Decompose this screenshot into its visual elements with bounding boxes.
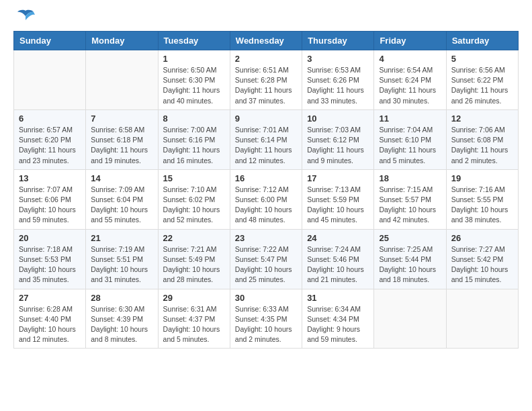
day-info: Sunrise: 7:01 AMSunset: 6:14 PMDaylight:…	[235, 125, 297, 166]
day-number: 1	[163, 54, 225, 64]
day-number: 22	[163, 233, 225, 243]
calendar-cell: 8Sunrise: 7:00 AMSunset: 6:16 PMDaylight…	[158, 109, 230, 169]
calendar-cell: 28Sunrise: 6:30 AMSunset: 4:39 PMDayligh…	[86, 289, 158, 349]
day-info: Sunrise: 7:22 AMSunset: 5:47 PMDaylight:…	[235, 244, 297, 285]
calendar-week-row: 27Sunrise: 6:28 AMSunset: 4:40 PMDayligh…	[14, 289, 519, 349]
page-header	[13, 13, 519, 24]
calendar-cell: 23Sunrise: 7:22 AMSunset: 5:47 PMDayligh…	[230, 229, 302, 289]
calendar-cell: 2Sunrise: 6:51 AMSunset: 6:28 PMDaylight…	[230, 50, 302, 110]
calendar-table: SundayMondayTuesdayWednesdayThursdayFrid…	[13, 31, 519, 349]
calendar-cell: 30Sunrise: 6:33 AMSunset: 4:35 PMDayligh…	[230, 289, 302, 349]
calendar-cell: 20Sunrise: 7:18 AMSunset: 5:53 PMDayligh…	[14, 229, 86, 289]
day-info: Sunrise: 7:12 AMSunset: 6:00 PMDaylight:…	[235, 185, 297, 226]
day-info: Sunrise: 6:50 AMSunset: 6:30 PMDaylight:…	[163, 65, 225, 106]
calendar-cell: 17Sunrise: 7:13 AMSunset: 5:59 PMDayligh…	[302, 169, 374, 229]
calendar-cell: 6Sunrise: 6:57 AMSunset: 6:20 PMDaylight…	[14, 109, 86, 169]
day-info: Sunrise: 7:13 AMSunset: 5:59 PMDaylight:…	[307, 185, 369, 226]
day-number: 24	[307, 233, 369, 243]
day-info: Sunrise: 7:19 AMSunset: 5:51 PMDaylight:…	[91, 244, 152, 285]
day-number: 31	[307, 293, 369, 303]
day-number: 5	[451, 54, 513, 64]
day-number: 3	[307, 54, 369, 64]
day-info: Sunrise: 7:06 AMSunset: 6:08 PMDaylight:…	[451, 125, 513, 166]
day-info: Sunrise: 6:28 AMSunset: 4:40 PMDaylight:…	[19, 304, 81, 345]
calendar-cell	[374, 289, 446, 349]
weekday-header: Saturday	[446, 32, 518, 50]
weekday-header: Tuesday	[158, 32, 230, 50]
day-info: Sunrise: 6:54 AMSunset: 6:24 PMDaylight:…	[379, 65, 441, 106]
calendar-cell: 15Sunrise: 7:10 AMSunset: 6:02 PMDayligh…	[158, 169, 230, 229]
day-number: 30	[235, 293, 297, 303]
day-info: Sunrise: 6:33 AMSunset: 4:35 PMDaylight:…	[235, 304, 297, 345]
day-info: Sunrise: 7:15 AMSunset: 5:57 PMDaylight:…	[379, 185, 441, 226]
calendar-week-row: 13Sunrise: 7:07 AMSunset: 6:06 PMDayligh…	[14, 169, 519, 229]
day-number: 4	[379, 54, 441, 64]
day-info: Sunrise: 6:56 AMSunset: 6:22 PMDaylight:…	[451, 65, 513, 106]
calendar-cell: 22Sunrise: 7:21 AMSunset: 5:49 PMDayligh…	[158, 229, 230, 289]
day-number: 2	[235, 54, 297, 64]
day-info: Sunrise: 6:30 AMSunset: 4:39 PMDaylight:…	[91, 304, 152, 345]
day-info: Sunrise: 7:10 AMSunset: 6:02 PMDaylight:…	[163, 185, 225, 226]
day-number: 25	[379, 233, 441, 243]
day-number: 11	[379, 113, 441, 124]
day-number: 10	[307, 113, 369, 124]
calendar-week-row: 6Sunrise: 6:57 AMSunset: 6:20 PMDaylight…	[14, 109, 519, 169]
day-number: 16	[235, 173, 297, 183]
calendar-cell: 24Sunrise: 7:24 AMSunset: 5:46 PMDayligh…	[302, 229, 374, 289]
day-info: Sunrise: 6:57 AMSunset: 6:20 PMDaylight:…	[19, 125, 81, 166]
calendar-cell: 1Sunrise: 6:50 AMSunset: 6:30 PMDaylight…	[158, 50, 230, 110]
weekday-header: Sunday	[14, 32, 86, 50]
day-number: 13	[19, 173, 81, 183]
day-info: Sunrise: 7:07 AMSunset: 6:06 PMDaylight:…	[19, 185, 81, 226]
day-number: 17	[307, 173, 369, 183]
day-info: Sunrise: 7:27 AMSunset: 5:42 PMDaylight:…	[451, 244, 513, 285]
calendar-cell: 27Sunrise: 6:28 AMSunset: 4:40 PMDayligh…	[14, 289, 86, 349]
calendar-cell: 19Sunrise: 7:16 AMSunset: 5:55 PMDayligh…	[446, 169, 518, 229]
calendar-week-row: 1Sunrise: 6:50 AMSunset: 6:30 PMDaylight…	[14, 50, 519, 110]
day-info: Sunrise: 6:58 AMSunset: 6:18 PMDaylight:…	[91, 125, 152, 166]
calendar-cell: 13Sunrise: 7:07 AMSunset: 6:06 PMDayligh…	[14, 169, 86, 229]
day-number: 19	[451, 173, 513, 183]
calendar-cell: 16Sunrise: 7:12 AMSunset: 6:00 PMDayligh…	[230, 169, 302, 229]
day-info: Sunrise: 6:51 AMSunset: 6:28 PMDaylight:…	[235, 65, 297, 106]
calendar-cell	[446, 289, 518, 349]
calendar-cell: 11Sunrise: 7:04 AMSunset: 6:10 PMDayligh…	[374, 109, 446, 169]
calendar-cell: 12Sunrise: 7:06 AMSunset: 6:08 PMDayligh…	[446, 109, 518, 169]
weekday-header: Friday	[374, 32, 446, 50]
calendar-cell: 21Sunrise: 7:19 AMSunset: 5:51 PMDayligh…	[86, 229, 158, 289]
calendar-cell: 31Sunrise: 6:34 AMSunset: 4:34 PMDayligh…	[302, 289, 374, 349]
day-info: Sunrise: 7:16 AMSunset: 5:55 PMDaylight:…	[451, 185, 513, 226]
day-number: 14	[91, 173, 152, 183]
day-info: Sunrise: 6:34 AMSunset: 4:34 PMDaylight:…	[307, 304, 369, 345]
calendar-cell: 14Sunrise: 7:09 AMSunset: 6:04 PMDayligh…	[86, 169, 158, 229]
day-info: Sunrise: 7:03 AMSunset: 6:12 PMDaylight:…	[307, 125, 369, 166]
day-number: 7	[91, 113, 152, 124]
calendar-cell	[14, 50, 86, 110]
day-number: 9	[235, 113, 297, 124]
calendar-cell: 7Sunrise: 6:58 AMSunset: 6:18 PMDaylight…	[86, 109, 158, 169]
day-info: Sunrise: 6:31 AMSunset: 4:37 PMDaylight:…	[163, 304, 225, 345]
day-number: 12	[451, 113, 513, 124]
calendar-header-row: SundayMondayTuesdayWednesdayThursdayFrid…	[14, 32, 519, 50]
day-info: Sunrise: 7:18 AMSunset: 5:53 PMDaylight:…	[19, 244, 81, 285]
calendar-cell: 5Sunrise: 6:56 AMSunset: 6:22 PMDaylight…	[446, 50, 518, 110]
calendar-cell: 10Sunrise: 7:03 AMSunset: 6:12 PMDayligh…	[302, 109, 374, 169]
day-number: 21	[91, 233, 152, 243]
calendar-cell: 3Sunrise: 6:53 AMSunset: 6:26 PMDaylight…	[302, 50, 374, 110]
day-info: Sunrise: 7:09 AMSunset: 6:04 PMDaylight:…	[91, 185, 152, 226]
logo	[13, 13, 35, 24]
calendar-cell: 9Sunrise: 7:01 AMSunset: 6:14 PMDaylight…	[230, 109, 302, 169]
weekday-header: Thursday	[302, 32, 374, 50]
day-number: 27	[19, 293, 81, 303]
day-number: 28	[91, 293, 152, 303]
calendar-cell: 29Sunrise: 6:31 AMSunset: 4:37 PMDayligh…	[158, 289, 230, 349]
day-info: Sunrise: 7:04 AMSunset: 6:10 PMDaylight:…	[379, 125, 441, 166]
logo-bird-icon	[16, 9, 35, 24]
day-number: 29	[163, 293, 225, 303]
calendar-cell: 4Sunrise: 6:54 AMSunset: 6:24 PMDaylight…	[374, 50, 446, 110]
day-info: Sunrise: 7:00 AMSunset: 6:16 PMDaylight:…	[163, 125, 225, 166]
day-number: 15	[163, 173, 225, 183]
day-info: Sunrise: 7:24 AMSunset: 5:46 PMDaylight:…	[307, 244, 369, 285]
weekday-header: Monday	[86, 32, 158, 50]
day-info: Sunrise: 7:21 AMSunset: 5:49 PMDaylight:…	[163, 244, 225, 285]
